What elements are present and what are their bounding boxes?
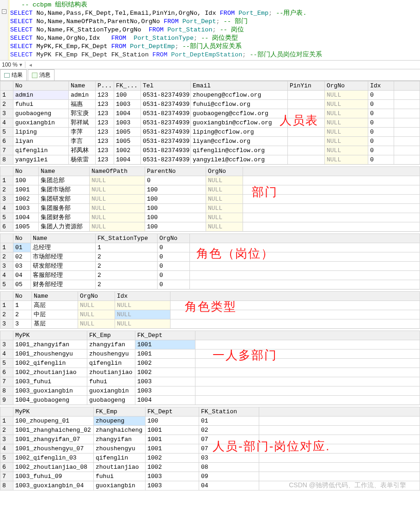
rownum[interactable]: 1	[0, 301, 13, 310]
cell[interactable]: 杨依雷	[69, 155, 96, 165]
cell[interactable]: 1002	[13, 195, 39, 204]
cell[interactable]: NULL	[90, 176, 145, 185]
cell[interactable]: 1001	[135, 340, 195, 349]
rownum[interactable]: 3	[0, 195, 13, 204]
cell[interactable]: 123	[96, 146, 114, 155]
cell[interactable]: 1004	[114, 155, 141, 165]
rownum[interactable]: 6	[0, 368, 13, 377]
col-header[interactable]: FK_Emp	[87, 331, 135, 340]
table-port-deptemp[interactable]: MyPKFK_EmpFK_Dept31001_zhangyifanzhangyi…	[0, 331, 420, 405]
rownum[interactable]: 3	[0, 262, 13, 271]
cell[interactable]: 集团人力资源部	[39, 222, 90, 232]
cell[interactable]: NULL	[325, 155, 368, 165]
col-header[interactable]: FK_StationType	[96, 234, 158, 243]
cell[interactable]: fuhui	[13, 100, 69, 109]
cell[interactable]: 123	[96, 100, 114, 109]
cell[interactable]: NULL	[90, 222, 145, 232]
cell[interactable]: zhangyifan	[87, 340, 135, 349]
cell[interactable]: 123	[96, 109, 114, 118]
table-row[interactable]: 8yangyilei杨依雷12310040531-82374939yangyil…	[0, 155, 420, 165]
cell[interactable]: NULL	[78, 319, 115, 329]
cell[interactable]: 1	[13, 301, 32, 310]
cell[interactable]: 1004	[13, 213, 39, 222]
cell[interactable]	[288, 155, 325, 165]
cell[interactable]: zhoutianjiao	[87, 368, 135, 377]
cell[interactable]: 0531-82374939	[141, 100, 191, 109]
cell[interactable]: 0	[158, 271, 190, 280]
rownum[interactable]: 4	[0, 349, 13, 359]
table-row[interactable]: 21001_zhanghaicheng_02zhanghaicheng10010…	[0, 426, 420, 435]
cell[interactable]: 1003_fuhui	[13, 377, 87, 386]
cell[interactable]: 0	[145, 176, 206, 185]
cell[interactable]: zhoupeng@ccflow.org	[191, 91, 288, 100]
cell[interactable]: 07	[199, 435, 259, 444]
cell[interactable]: 财务部经理	[31, 280, 96, 289]
rownum[interactable]: 1	[0, 417, 13, 426]
cell[interactable]: 1001_zhoushengyu	[13, 349, 87, 359]
cell[interactable]: 0531-82374939	[141, 155, 191, 165]
col-header[interactable]: MyPK	[13, 331, 87, 340]
table-row[interactable]: 404客服部经理20	[0, 271, 420, 280]
fold-icon[interactable]: -	[2, 9, 6, 14]
rownum[interactable]: 2	[0, 185, 13, 195]
rownum[interactable]: 3	[0, 319, 13, 329]
col-header[interactable]: Name	[69, 81, 96, 91]
cell[interactable]: NULL	[325, 109, 368, 118]
cell[interactable]: 0	[368, 109, 394, 118]
cell[interactable]: fuhui	[87, 377, 135, 386]
table-row[interactable]: 2fuhui福惠12310030531-82374939fuhui@ccflow…	[0, 100, 420, 109]
cell[interactable]: 1002	[146, 463, 199, 472]
cell[interactable]: 福惠	[69, 100, 96, 109]
cell[interactable]: NULL	[325, 137, 368, 146]
rownum[interactable]: 4	[0, 204, 13, 213]
cell[interactable]: liping@ccflow.org	[191, 128, 288, 137]
table-row[interactable]: 1100集团总部NULL0NULL	[0, 176, 420, 185]
rownum[interactable]: 6	[0, 222, 13, 232]
cell[interactable]: 1001	[13, 185, 39, 195]
cell[interactable]: 0	[158, 280, 190, 289]
cell[interactable]: admin	[13, 91, 69, 100]
table-row[interactable]: 61002_zhoutianjiao_08zhoutianjiao100208	[0, 463, 420, 472]
table-row[interactable]: 202市场部经理20	[0, 252, 420, 262]
cell[interactable]: 2	[96, 271, 158, 280]
table-row[interactable]: 71003_fuhuifuhui1003	[0, 377, 420, 386]
cell[interactable]: guoxiangbin	[13, 118, 69, 128]
cell[interactable]: NULL	[78, 301, 115, 310]
col-header[interactable]: OrgNo	[158, 234, 190, 243]
cell[interactable]: NULL	[78, 310, 115, 319]
table-row[interactable]: 31001_zhangyifanzhangyifan1001	[0, 340, 420, 349]
rownum[interactable]: 5	[0, 280, 13, 289]
cell[interactable]: 1001_zhanghaicheng_02	[13, 426, 94, 435]
cell[interactable]: liyan@ccflow.org	[191, 137, 288, 146]
cell[interactable]: 总经理	[31, 243, 96, 252]
cell[interactable]: qifenglin	[87, 359, 135, 368]
cell[interactable]: 1001_zhangyifan	[13, 340, 87, 349]
rownum[interactable]: 6	[0, 463, 13, 472]
cell[interactable]: NULL	[325, 118, 368, 128]
cell[interactable]: 100	[145, 195, 206, 204]
cell[interactable]: 100	[13, 176, 39, 185]
cell[interactable]: 高层	[32, 301, 78, 310]
cell[interactable]: NULL	[115, 301, 170, 310]
cell[interactable]: 100	[145, 222, 206, 232]
col-header[interactable]: FK_Station	[199, 407, 259, 417]
cell[interactable]: 1002	[135, 359, 195, 368]
cell[interactable]: qifenglin	[13, 146, 69, 155]
cell[interactable]: 0	[368, 146, 394, 155]
cell[interactable]: 1003	[114, 118, 141, 128]
cell[interactable]: NULL	[206, 213, 243, 222]
cell[interactable]: 0	[368, 128, 394, 137]
table-row[interactable]: 61005集团人力资源部NULL100NULL	[0, 222, 420, 232]
col-header[interactable]: P...	[96, 81, 114, 91]
table-port-emp[interactable]: NoNameP...FK_...TelEmailPinYinOrgNoIdx1a…	[0, 81, 420, 165]
col-header[interactable]: Tel	[141, 81, 191, 91]
table-row[interactable]: 41001_zhoushengyuzhoushengyu1001	[0, 349, 420, 359]
cell[interactable]: yangyilei@ccflow.org	[191, 155, 288, 165]
cell[interactable]: 1005	[13, 222, 39, 232]
cell[interactable]: 1002_qifenglin_03	[13, 454, 94, 463]
cell[interactable]: 1	[96, 243, 158, 252]
rownum[interactable]: 4	[0, 271, 13, 280]
table-port-dept[interactable]: NoNameNameOfPathParentNoOrgNo1100集团总部NUL…	[0, 166, 420, 232]
cell[interactable]: zhangyifan	[94, 435, 146, 444]
table-row[interactable]: 11高层NULLNULL	[0, 301, 420, 310]
